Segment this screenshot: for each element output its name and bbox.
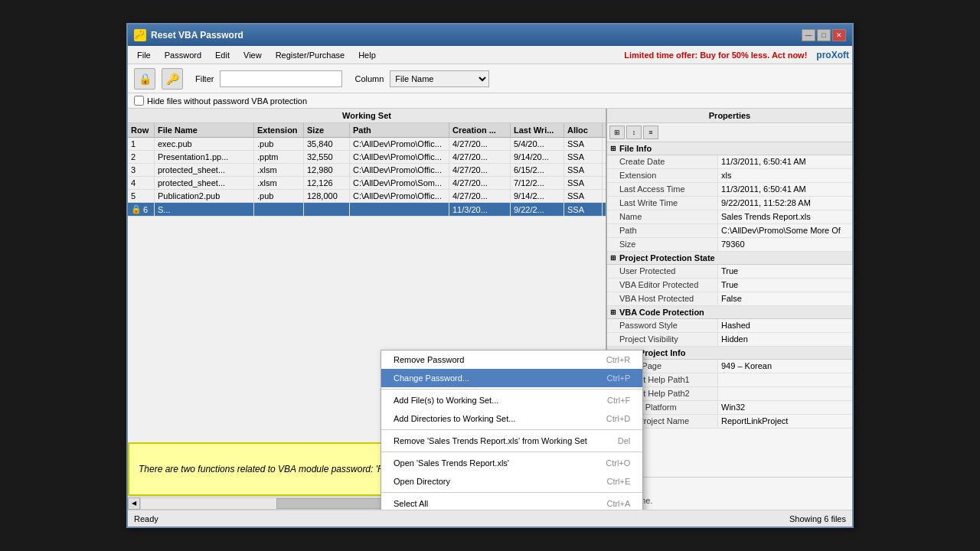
brand-text: proXoft: [816, 50, 849, 60]
right-panel: Properties ⊞ ↕ ≡ ⊞ File Info Create Date…: [607, 109, 852, 510]
table-row[interactable]: 2 Presentation1.pp... .pptm 32,550 C:\Al…: [128, 151, 606, 164]
prop-row: Target Platform Win32: [607, 401, 852, 415]
key-icon-btn[interactable]: 🔑: [162, 68, 183, 90]
props-name-desc: File name.: [613, 496, 846, 505]
prop-val: 11/3/2011, 6:50:41 AM: [718, 183, 852, 196]
col-modified[interactable]: Last Wri...: [511, 123, 564, 137]
ctx-label: Add File(s) to Working Set...: [394, 396, 498, 405]
filter-label: Filter: [195, 74, 214, 83]
cell-size: 35,840: [304, 138, 350, 150]
ctx-open-file[interactable]: Open 'Sales Trends Report.xls' Ctrl+O: [381, 454, 642, 472]
prop-val: True: [718, 279, 852, 292]
menu-help[interactable]: Help: [352, 49, 382, 61]
prop-val: 11/3/2011, 6:50:41 AM: [718, 155, 852, 168]
prop-row: Project Help Path2: [607, 387, 852, 401]
menu-password[interactable]: Password: [158, 49, 207, 61]
section-vba-code[interactable]: ⊞ VBA Code Protection: [607, 306, 852, 319]
ctx-label: Open 'Sales Trends Report.xls': [394, 458, 509, 468]
cell-filename: protected_sheet...: [155, 164, 254, 176]
ctx-open-dir[interactable]: Open Directory Ctrl+E: [381, 472, 642, 491]
cell-size: 128,000: [304, 190, 350, 202]
hide-files-label: Hide files without password VBA protecti…: [147, 96, 307, 106]
cell-created: 4/27/20...: [449, 151, 511, 163]
column-select[interactable]: File Name: [390, 70, 489, 87]
section-file-info[interactable]: ⊞ File Info: [607, 142, 852, 155]
menu-view[interactable]: View: [237, 49, 268, 61]
prop-key: VBA Editor Protected: [607, 279, 718, 292]
main-window: 🔑 Reset VBA Password — □ ✕ File Password…: [126, 23, 854, 528]
maximize-button[interactable]: □: [817, 29, 831, 41]
section-protection[interactable]: ⊞ Project Protection State: [607, 252, 852, 265]
cell-row: 3: [128, 164, 155, 176]
prop-val: Win32: [718, 401, 852, 414]
props-tool-sort[interactable]: ↕: [626, 126, 642, 139]
prop-val: Hashed: [718, 319, 852, 332]
prop-row: VBA Project Name ReportLinkProject: [607, 415, 852, 429]
cell-created: 4/27/20...: [449, 164, 511, 176]
hide-files-checkbox[interactable]: [134, 96, 144, 106]
prop-row: VBA Editor Protected True: [607, 279, 852, 292]
col-extension[interactable]: Extension: [254, 123, 304, 137]
table-row[interactable]: 5 Publication2.pub .pub 128,000 C:\AllDe…: [128, 190, 606, 203]
props-name-title: Name: [613, 482, 846, 493]
minimize-button[interactable]: —: [802, 29, 815, 41]
col-size[interactable]: Size: [304, 123, 350, 137]
prop-val: 949 – Korean: [718, 360, 852, 373]
close-button[interactable]: ✕: [832, 29, 846, 41]
properties-header: Properties: [607, 109, 852, 123]
ctx-change-password[interactable]: Change Password... Ctrl+P: [381, 369, 642, 387]
lock-icon-btn[interactable]: 🔒: [134, 68, 155, 90]
props-tool-list[interactable]: ≡: [643, 126, 658, 139]
filter-input[interactable]: [220, 70, 342, 87]
prop-row: User Protected True: [607, 265, 852, 279]
scroll-left-btn[interactable]: ◀: [128, 497, 140, 510]
prop-val: ReportLinkProject: [718, 415, 852, 428]
section-vba-project[interactable]: ⊞ VBA Project Info: [607, 347, 852, 360]
ctx-add-files[interactable]: Add File(s) to Working Set... Ctrl+F: [381, 391, 642, 409]
ctx-shortcut: Ctrl+P: [606, 373, 630, 383]
ctx-remove-password[interactable]: Remove Password Ctrl+R: [381, 350, 642, 369]
table-row[interactable]: 1 exec.pub .pub 35,840 C:\AllDev\Promo\O…: [128, 138, 606, 151]
title-bar: 🔑 Reset VBA Password — □ ✕: [128, 24, 852, 46]
col-alloc[interactable]: Alloc: [564, 123, 603, 137]
ctx-shortcut: Ctrl+E: [606, 477, 630, 486]
prop-key: Size: [607, 238, 718, 251]
prop-val: xls: [718, 169, 852, 182]
cell-modified: 6/15/2...: [511, 164, 564, 176]
prop-row: Last Write Time 9/22/2011, 11:52:28 AM: [607, 197, 852, 210]
col-filename[interactable]: File Name: [155, 123, 254, 137]
ctx-remove-file[interactable]: Remove 'Sales Trends Report.xls' from Wo…: [381, 432, 642, 450]
table-row-selected[interactable]: 🔒6 S... 11/3/20... 9/22/2... SSA: [128, 203, 606, 217]
menu-file[interactable]: File: [131, 49, 157, 61]
col-row: Row: [128, 123, 155, 137]
ctx-select-all[interactable]: Select All Ctrl+A: [381, 494, 642, 510]
ctx-add-dirs[interactable]: Add Directories to Working Set... Ctrl+D: [381, 409, 642, 428]
cell-filename: protected_sheet...: [155, 177, 254, 189]
cell-filename: Presentation1.pp...: [155, 151, 254, 163]
working-set-header: Working Set: [128, 109, 606, 123]
table-row[interactable]: 4 protected_sheet... .xlsm 12,126 C:\All…: [128, 177, 606, 190]
prop-val: C:\AllDev\Promo\Some More Of: [718, 224, 852, 237]
ctx-shortcut: Ctrl+R: [606, 355, 630, 364]
cell-created: 4/27/20...: [449, 190, 511, 202]
menu-edit[interactable]: Edit: [209, 49, 236, 61]
cell-ext: .pub: [254, 138, 304, 150]
prop-row: Last Access Time 11/3/2011, 6:50:41 AM: [607, 183, 852, 197]
table-row[interactable]: 3 protected_sheet... .xlsm 12,980 C:\All…: [128, 164, 606, 177]
col-path[interactable]: Path: [350, 123, 449, 137]
prop-key: Last Write Time: [607, 197, 718, 210]
ctx-label: Remove 'Sales Trends Report.xls' from Wo…: [394, 436, 587, 445]
cell-filename: exec.pub: [155, 138, 254, 150]
prop-key: User Protected: [607, 265, 718, 278]
menu-register[interactable]: Register/Purchase: [270, 49, 351, 61]
ctx-divider: [381, 389, 642, 390]
cell-filename: Publication2.pub: [155, 190, 254, 202]
prop-val: True: [718, 265, 852, 278]
title-bar-left: 🔑 Reset VBA Password: [134, 29, 243, 41]
cell-path: [350, 203, 449, 216]
prop-row: Create Date 11/3/2011, 6:50:41 AM: [607, 155, 852, 169]
col-created[interactable]: Creation ...: [449, 123, 511, 137]
props-tool-grid[interactable]: ⊞: [609, 126, 625, 139]
cell-created: 11/3/20...: [449, 203, 511, 216]
ctx-label: Remove Password: [394, 355, 464, 364]
